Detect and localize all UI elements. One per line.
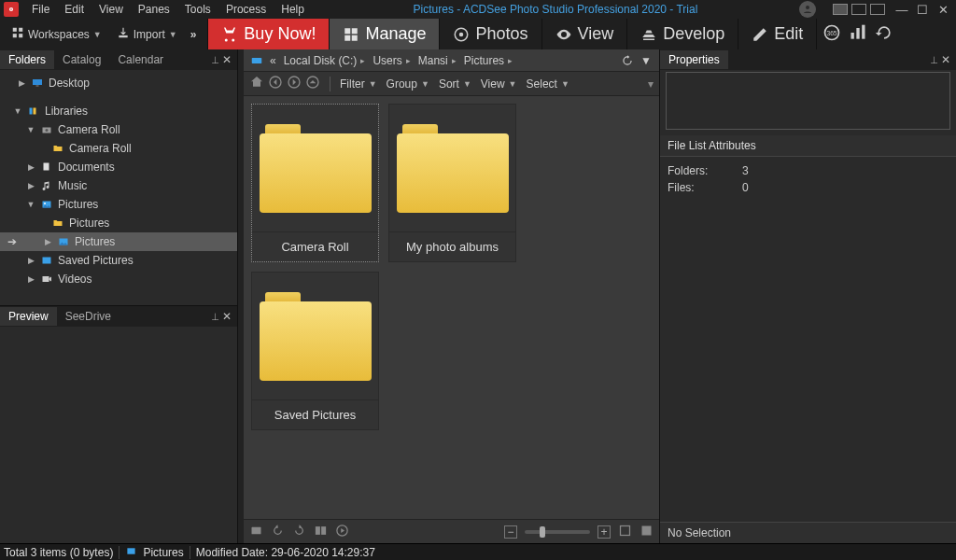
breadcrumb-drive[interactable]: Local Disk (C:)▸ <box>280 54 370 67</box>
breadcrumb-users[interactable]: Users▸ <box>369 54 414 67</box>
buy-now-button[interactable]: Buy Now! <box>207 19 329 49</box>
folder-thumb[interactable]: My photo albums <box>388 104 516 262</box>
mode-photos[interactable]: Photos <box>439 19 541 49</box>
tree-pictures-selected[interactable]: ➔ ▶ Pictures <box>0 232 237 251</box>
menu-file[interactable]: File <box>24 1 57 18</box>
mode-view[interactable]: View <box>541 19 627 49</box>
tree-pictures[interactable]: ▼ Pictures <box>0 195 237 214</box>
pictures-icon <box>125 546 137 559</box>
drive-icon[interactable] <box>247 52 266 69</box>
folder-thumb[interactable]: Camera Roll <box>251 104 379 262</box>
svg-rect-22 <box>34 108 36 115</box>
tree-camera-roll-child[interactable]: Camera Roll <box>0 139 237 158</box>
tab-preview[interactable]: Preview <box>0 307 57 326</box>
select-dropdown[interactable]: Select▼ <box>527 77 569 91</box>
menu-tools[interactable]: Tools <box>177 1 218 18</box>
account-icon[interactable] <box>799 1 816 18</box>
mode-manage[interactable]: Manage <box>329 19 439 49</box>
tree-pictures-child[interactable]: Pictures <box>0 214 237 232</box>
minimize-button[interactable]: — <box>894 3 909 17</box>
thumb-size-icon[interactable] <box>618 524 632 540</box>
tree-videos[interactable]: ▶ Videos <box>0 270 237 288</box>
svg-rect-5 <box>13 34 17 37</box>
pin-icon[interactable]: ⟂ <box>212 53 218 66</box>
play-icon[interactable] <box>335 524 349 540</box>
filter-overflow-icon[interactable]: ▾ <box>648 77 654 91</box>
document-icon <box>39 161 54 174</box>
menu-edit[interactable]: Edit <box>57 1 91 18</box>
close-panel-icon[interactable]: ✕ <box>222 310 232 323</box>
status-total: Total 3 items (0 bytes) <box>4 546 113 559</box>
tab-folders[interactable]: Folders <box>0 50 54 69</box>
mode-365-icon[interactable]: 365 <box>822 23 841 45</box>
tree-libraries[interactable]: ▼ Libraries <box>0 102 237 120</box>
workspaces-dropdown[interactable]: Workspaces▼ <box>6 24 107 44</box>
tab-catalog[interactable]: Catalog <box>54 50 109 69</box>
compare-icon[interactable] <box>314 524 328 540</box>
menu-help[interactable]: Help <box>274 1 312 18</box>
group-dropdown[interactable]: Group▼ <box>387 77 429 91</box>
pin-icon[interactable]: ⟂ <box>931 53 937 66</box>
svg-rect-10 <box>345 35 351 40</box>
view-dropdown[interactable]: View▼ <box>481 77 517 91</box>
zoom-in-button[interactable]: + <box>598 525 611 539</box>
nav-forward-icon[interactable] <box>287 75 302 92</box>
filter-bar: Filter▼ Group▼ Sort▼ View▼ Select▼ ▾ <box>244 72 659 96</box>
tree-desktop[interactable]: ▶ Desktop <box>0 74 237 92</box>
close-button[interactable]: ✕ <box>935 3 950 17</box>
tree-camera-roll[interactable]: ▼ Camera Roll <box>0 120 237 139</box>
svg-rect-16 <box>851 33 854 39</box>
mode-edit[interactable]: Edit <box>738 19 816 49</box>
tab-calendar[interactable]: Calendar <box>109 50 172 69</box>
refresh-icon[interactable] <box>618 52 637 69</box>
svg-rect-30 <box>43 276 49 282</box>
breadcrumb-folder[interactable]: Pictures▸ <box>460 54 516 67</box>
close-panel-icon[interactable]: ✕ <box>941 53 950 66</box>
folder-thumb[interactable]: Saved Pictures <box>251 272 379 430</box>
tree-music[interactable]: ▶ Music <box>0 176 237 195</box>
preview-body <box>0 327 237 543</box>
breadcrumb-user[interactable]: Mansi▸ <box>415 54 460 67</box>
file-list-panel: « Local Disk (C:)▸ Users▸ Mansi▸ Picture… <box>244 49 659 543</box>
home-icon[interactable] <box>249 75 264 92</box>
thumbnails-grid: Camera Roll My photo albums Saved Pictur… <box>244 96 659 519</box>
filter-dropdown[interactable]: Filter▼ <box>340 77 377 91</box>
status-modified: Modified Date: 29-06-2020 14:29:37 <box>196 546 375 559</box>
maximize-button[interactable]: ☐ <box>915 3 930 17</box>
tab-seedrive[interactable]: SeeDrive <box>57 307 120 326</box>
tab-properties[interactable]: Properties <box>660 50 728 69</box>
menu-panes[interactable]: Panes <box>131 1 177 18</box>
folder-icon <box>260 124 372 213</box>
breadcrumb-back[interactable]: « <box>266 54 280 67</box>
zoom-slider[interactable] <box>525 530 590 534</box>
menu-process[interactable]: Process <box>218 1 274 18</box>
menu-view[interactable]: View <box>91 1 131 18</box>
import-small-icon[interactable] <box>249 524 263 540</box>
tree-saved-pictures[interactable]: ▶ Saved Pictures <box>0 251 237 270</box>
dashboard-icon[interactable] <box>849 23 867 45</box>
toolbar-overflow-icon[interactable]: » <box>183 19 204 49</box>
thumb-label: Saved Pictures <box>252 399 378 429</box>
zoom-out-button[interactable]: − <box>504 525 517 539</box>
import-dropdown[interactable]: Import▼ <box>111 24 183 44</box>
tree-documents[interactable]: ▶ Documents <box>0 158 237 176</box>
breadcrumb-dropdown-icon[interactable]: ▼ <box>637 52 655 69</box>
close-panel-icon[interactable]: ✕ <box>222 53 232 66</box>
main-area: Folders Catalog Calendar ⟂ ✕ ▶ Desktop ▼… <box>0 49 956 543</box>
mode-develop[interactable]: Develop <box>626 19 738 49</box>
video-icon <box>39 273 54 286</box>
svg-rect-3 <box>13 28 17 32</box>
sync-icon[interactable] <box>875 23 893 45</box>
titlebar: File Edit View Panes Tools Process Help … <box>0 0 956 19</box>
nav-back-icon[interactable] <box>268 75 283 92</box>
pin-icon[interactable]: ⟂ <box>212 310 218 323</box>
svg-rect-20 <box>36 86 39 87</box>
layout-presets[interactable] <box>829 4 885 15</box>
svg-rect-11 <box>352 35 358 40</box>
nav-up-icon[interactable] <box>305 75 320 92</box>
thumb-size-large-icon[interactable] <box>640 524 654 540</box>
sort-dropdown[interactable]: Sort▼ <box>439 77 471 91</box>
rotate-cw-icon[interactable] <box>292 524 306 540</box>
rotate-ccw-icon[interactable] <box>271 524 285 540</box>
svg-rect-4 <box>19 28 22 32</box>
